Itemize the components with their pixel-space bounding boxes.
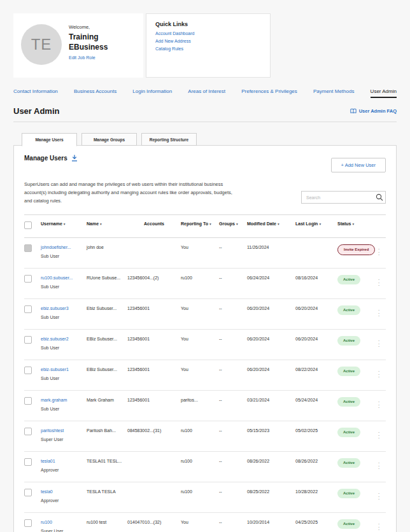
row-actions-button[interactable]: ...	[378, 458, 386, 470]
nav-tab-payment-methods[interactable]: Payment Methods	[313, 88, 354, 97]
last-login-cell: 08/22/2024	[295, 367, 337, 374]
row-actions-button[interactable]: ...	[378, 428, 386, 439]
nav-tab-contact-information[interactable]: Contact Information	[13, 88, 58, 97]
table-row: ebiz-subuser1 Sub User EBiz Subuser... 1…	[24, 360, 386, 391]
table-body: johndoefisher... Sub User john doe You -…	[24, 238, 386, 532]
username-link[interactable]: tesla01	[41, 459, 55, 463]
table-row: paritoshtest Super User Paritosh Bah... …	[24, 421, 386, 452]
table-row: ru100 Super User ru100 test 014047010...…	[24, 513, 386, 532]
tab-reporting-structure[interactable]: Reporting Structure	[141, 133, 197, 146]
table-row: ru100.subuser... Sub User RUone Subuse..…	[24, 269, 386, 299]
row-checkbox[interactable]	[24, 336, 32, 344]
user-role-label: Sub User	[41, 406, 83, 413]
row-actions-button[interactable]: ...	[378, 519, 386, 531]
row-actions-button[interactable]: ...	[378, 367, 386, 378]
row-actions-button[interactable]: ...	[378, 275, 386, 286]
column-header-reporting-to[interactable]: Reporting To▾	[181, 221, 219, 226]
page: TE Welcome, Training EBusiness Edit Job …	[0, 13, 410, 532]
reporting-to-cell: You	[181, 336, 219, 343]
search-input[interactable]	[301, 191, 386, 204]
username-link[interactable]: ebiz.subuser3	[41, 306, 69, 311]
row-actions-button[interactable]: ...	[378, 489, 386, 500]
username-link[interactable]: paritoshtest	[41, 428, 64, 433]
user-admin-faq-link[interactable]: User Admin FAQ	[350, 108, 397, 114]
groups-cell: --	[219, 244, 247, 251]
tab-manage-users[interactable]: Manage Users	[22, 133, 77, 146]
column-header-groups[interactable]: Groups▾	[219, 221, 247, 226]
username-cell: paritoshtest Super User	[41, 428, 87, 444]
username-link[interactable]: ebiz.subuser2	[41, 337, 69, 341]
groups-cell: --	[219, 336, 247, 343]
tab-manage-groups[interactable]: Manage Groups	[81, 133, 137, 146]
search-icon[interactable]	[376, 193, 383, 201]
user-role-label: Approver	[41, 467, 83, 474]
add-new-user-button[interactable]: + Add New User	[331, 158, 386, 172]
modified-date-cell: 06/24/2024	[247, 275, 295, 282]
manage-users-description: SuperUsers can add and manage the privil…	[24, 180, 237, 205]
row-checkbox[interactable]	[24, 275, 32, 283]
username-link[interactable]: johndoefisher...	[41, 245, 71, 249]
reporting-to-cell: ru100	[181, 428, 219, 435]
status-badge: Active	[337, 336, 360, 346]
row-actions-button[interactable]: ...	[378, 397, 386, 409]
status-badge: Active	[337, 428, 360, 437]
nav-tab-preferences-privileges[interactable]: Preferences & Privileges	[241, 88, 297, 97]
row-checkbox[interactable]	[24, 458, 32, 466]
username-link[interactable]: ru100	[41, 520, 52, 524]
username-link[interactable]: mark.graham	[41, 398, 67, 402]
download-icon[interactable]	[71, 155, 78, 162]
edit-job-role-link[interactable]: Edit Job Role	[69, 55, 95, 60]
row-checkbox[interactable]	[24, 428, 32, 435]
profile-name-line2: EBusiness	[69, 42, 108, 52]
name-cell: Mark Graham	[87, 397, 127, 404]
quick-link-0[interactable]: Account Dashboard	[155, 31, 270, 36]
column-header-username[interactable]: Username▾	[41, 221, 87, 226]
username-cell: ru100 Super User	[41, 519, 87, 532]
username-cell: ru100.subuser... Sub User	[41, 275, 87, 291]
row-checkbox[interactable]	[24, 519, 32, 527]
quick-links-list: Account DashboardAdd New AddressCatalog …	[155, 31, 270, 51]
row-checkbox[interactable]	[24, 367, 32, 374]
row-actions-button[interactable]: ...	[378, 305, 386, 317]
username-link[interactable]: tesla0	[41, 489, 53, 494]
name-cell: Paritosh Bah...	[87, 428, 127, 435]
status-cell: Active	[337, 428, 378, 437]
groups-cell: --	[219, 305, 247, 312]
groups-cell: --	[219, 458, 247, 465]
reporting-to-cell: paritos...	[181, 397, 219, 404]
manage-users-heading: Manage Users	[24, 155, 78, 162]
groups-cell: --	[219, 367, 247, 374]
nav-tab-areas-of-interest[interactable]: Areas of Interest	[188, 88, 225, 97]
user-role-label: Super User	[41, 528, 83, 532]
column-header-name[interactable]: Name▾	[87, 221, 127, 226]
table-row: tesla0 Approver TESLA TESLA ru100 -- 08/…	[24, 482, 386, 513]
row-checkbox[interactable]	[24, 489, 32, 496]
column-header-modified-date[interactable]: Modified Date▾	[247, 221, 295, 226]
groups-cell: --	[219, 519, 247, 526]
quick-link-2[interactable]: Catalog Rules	[155, 46, 270, 51]
username-link[interactable]: ru100.subuser...	[41, 276, 73, 280]
checkbox-cell	[24, 519, 41, 529]
nav-tab-login-information[interactable]: Login Information	[132, 88, 172, 97]
profile-name-line1: Training	[69, 32, 108, 42]
status-badge: Invite Expired	[337, 244, 375, 255]
row-checkbox[interactable]	[24, 244, 32, 252]
column-header-last-login[interactable]: Last Login▾	[295, 221, 337, 226]
row-checkbox[interactable]	[24, 397, 32, 405]
last-login-cell: 05/24/2024	[295, 397, 337, 404]
quick-link-1[interactable]: Add New Address	[155, 39, 270, 43]
page-header: User Admin User Admin FAQ	[13, 106, 397, 122]
nav-tab-user-admin[interactable]: User Admin	[371, 88, 397, 98]
nav-tab-business-accounts[interactable]: Business Accounts	[74, 88, 117, 97]
column-header-accounts: Accounts	[127, 221, 181, 226]
column-header-status[interactable]: Status▾	[337, 221, 378, 226]
status-cell: Active	[337, 336, 378, 346]
groups-cell: --	[219, 275, 247, 282]
row-actions-button[interactable]: ...	[378, 244, 386, 256]
groups-cell: --	[219, 489, 247, 496]
username-link[interactable]: ebiz-subuser1	[41, 367, 69, 372]
row-actions-button[interactable]: ...	[378, 336, 386, 347]
manage-tabstrip: Manage UsersManage GroupsReporting Struc…	[13, 133, 397, 146]
row-checkbox[interactable]	[24, 305, 32, 313]
select-all-checkbox[interactable]	[24, 221, 32, 229]
